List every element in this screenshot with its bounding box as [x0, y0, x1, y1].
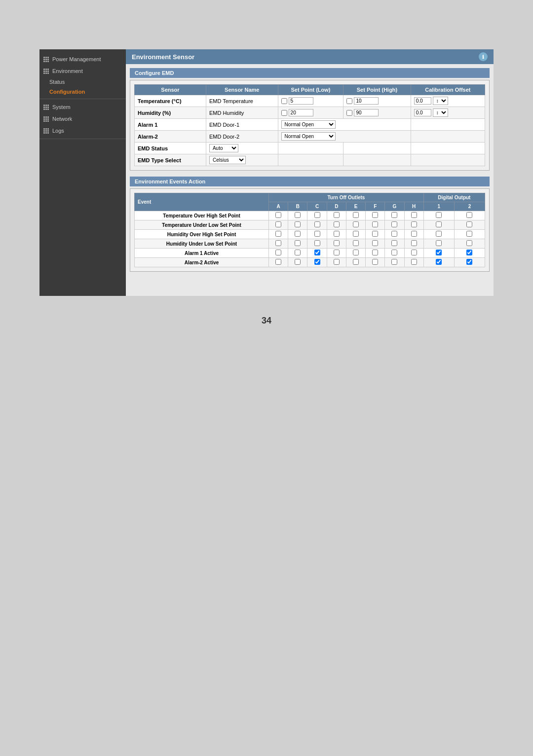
input-temp-low[interactable] [289, 97, 313, 105]
col-digital-1: 1 [423, 202, 454, 211]
outlet-check-5-4[interactable] [353, 259, 359, 265]
outlet-check-1-6[interactable] [391, 221, 397, 227]
check-temp-low[interactable] [281, 98, 287, 104]
select-emd-type[interactable]: Celsius Fahrenheit [209, 156, 246, 164]
outlet-check-3-0[interactable] [275, 240, 281, 246]
outlet-check-1-1[interactable] [295, 221, 301, 227]
outlet-check-0-1[interactable] [295, 212, 301, 218]
digital-check-1-0[interactable] [436, 221, 442, 227]
divider-2 [39, 139, 126, 139]
input-hum-high[interactable] [354, 109, 379, 116]
digital-cell-5-0 [423, 258, 454, 267]
col-sensor: Sensor [135, 85, 206, 95]
events-action-content: Event Turn Off Outlets Digital Output A … [130, 188, 490, 272]
digital-check-4-0[interactable] [436, 250, 442, 255]
outlet-check-2-0[interactable] [275, 231, 281, 237]
outlet-check-3-4[interactable] [353, 240, 359, 246]
sidebar-sub-configuration[interactable]: Configuration [39, 87, 126, 97]
outlet-check-2-6[interactable] [391, 231, 397, 237]
outlet-check-4-7[interactable] [411, 250, 417, 255]
outlet-check-1-2[interactable] [314, 221, 320, 227]
input-cal-hum[interactable] [414, 109, 431, 116]
outlet-check-4-1[interactable] [295, 250, 301, 255]
select-emd-status[interactable]: Auto Manual [209, 144, 238, 152]
outlet-check-1-4[interactable] [353, 221, 359, 227]
outlet-check-5-1[interactable] [295, 259, 301, 265]
input-cal-temp[interactable] [414, 97, 431, 105]
select-alarm2[interactable]: Normal Open Normal Close [281, 132, 336, 141]
outlet-check-5-3[interactable] [334, 259, 340, 265]
input-temp-high[interactable] [354, 97, 379, 105]
outlet-check-0-4[interactable] [353, 212, 359, 218]
outlet-check-4-6[interactable] [391, 250, 397, 255]
outlet-check-5-6[interactable] [391, 259, 397, 265]
check-hum-high[interactable] [346, 110, 352, 116]
outlet-check-0-7[interactable] [411, 212, 417, 218]
select-alarm1[interactable]: Normal Open Normal Close [281, 120, 336, 129]
outlet-check-3-5[interactable] [372, 240, 378, 246]
digital-check-0-0[interactable] [436, 212, 442, 218]
select-cal-temp[interactable]: ↕ [433, 97, 448, 105]
digital-check-2-1[interactable] [466, 231, 472, 237]
outlet-check-1-3[interactable] [334, 221, 340, 227]
check-temp-high[interactable] [346, 98, 352, 104]
outlet-cell-1-3 [327, 220, 346, 230]
outlet-check-1-7[interactable] [411, 221, 417, 227]
sidebar-item-network[interactable]: Network [39, 113, 126, 125]
digital-check-0-1[interactable] [466, 212, 472, 218]
digital-check-3-1[interactable] [466, 240, 472, 246]
sidebar-item-environment[interactable]: Environment [39, 65, 126, 77]
col-set-high: Set Point (High) [343, 85, 411, 95]
info-icon[interactable]: ℹ [479, 52, 488, 61]
sidebar-item-system[interactable]: System [39, 101, 126, 113]
digital-check-5-1[interactable] [466, 259, 472, 265]
outlet-cell-0-7 [404, 211, 423, 220]
outlet-check-2-3[interactable] [334, 231, 340, 237]
outlet-check-5-5[interactable] [372, 259, 378, 265]
digital-check-3-0[interactable] [436, 240, 442, 246]
outlet-cell-5-6 [385, 258, 404, 267]
outlet-cell-2-6 [385, 230, 404, 239]
outlet-check-2-7[interactable] [411, 231, 417, 237]
outlet-check-1-5[interactable] [372, 221, 378, 227]
outlet-check-3-2[interactable] [314, 240, 320, 246]
outlet-check-0-2[interactable] [314, 212, 320, 218]
outlet-check-3-6[interactable] [391, 240, 397, 246]
outlet-cell-1-5 [366, 220, 385, 230]
select-cal-hum[interactable]: ↕ [433, 108, 448, 117]
outlet-cell-0-5 [366, 211, 385, 220]
outlet-check-2-5[interactable] [372, 231, 378, 237]
digital-check-5-0[interactable] [436, 259, 442, 265]
outlet-check-4-3[interactable] [334, 250, 340, 255]
sidebar-item-logs[interactable]: Logs [39, 125, 126, 137]
outlet-check-4-4[interactable] [353, 250, 359, 255]
table-row: EMD Type Select Celsius Fahrenheit [135, 154, 485, 166]
outlet-check-3-3[interactable] [334, 240, 340, 246]
outlet-check-3-1[interactable] [295, 240, 301, 246]
outlet-check-5-7[interactable] [411, 259, 417, 265]
outlet-check-4-0[interactable] [275, 250, 281, 255]
outlet-check-0-3[interactable] [334, 212, 340, 218]
check-hum-low[interactable] [281, 110, 287, 116]
outlet-check-5-0[interactable] [275, 259, 281, 265]
input-hum-low[interactable] [289, 109, 313, 116]
sidebar-sub-status[interactable]: Status [39, 77, 126, 87]
outlet-check-1-0[interactable] [275, 221, 281, 227]
outlet-check-2-4[interactable] [353, 231, 359, 237]
outlet-check-4-5[interactable] [372, 250, 378, 255]
outlet-cell-2-4 [346, 230, 365, 239]
outlet-check-2-1[interactable] [295, 231, 301, 237]
outlet-check-0-0[interactable] [275, 212, 281, 218]
digital-check-1-1[interactable] [466, 221, 472, 227]
sidebar-item-power-management[interactable]: Power Management [39, 53, 126, 65]
outlet-check-5-2[interactable] [314, 259, 320, 265]
outlet-check-3-7[interactable] [411, 240, 417, 246]
outlet-check-0-6[interactable] [391, 212, 397, 218]
outlet-check-2-2[interactable] [314, 231, 320, 237]
col-outlet-h: H [404, 202, 423, 211]
digital-check-4-1[interactable] [466, 250, 472, 255]
outlet-check-4-2[interactable] [314, 250, 320, 255]
cal-humidity: ↕ [411, 107, 485, 119]
outlet-check-0-5[interactable] [372, 212, 378, 218]
digital-check-2-0[interactable] [436, 231, 442, 237]
